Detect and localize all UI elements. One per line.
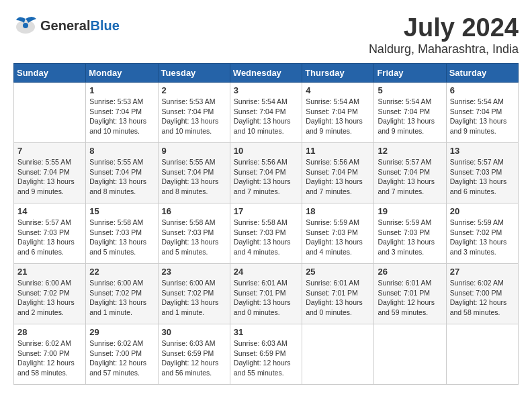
day-info: Sunrise: 5:53 AM Sunset: 7:04 PM Dayligh…: [89, 97, 154, 136]
day-info: Sunrise: 5:59 AM Sunset: 7:03 PM Dayligh…: [306, 218, 370, 257]
page-header: GeneralBlue July 2024 Naldurg, Maharasht…: [13, 13, 519, 56]
day-info: Sunrise: 5:57 AM Sunset: 7:04 PM Dayligh…: [378, 157, 442, 197]
day-info: Sunrise: 5:57 AM Sunset: 7:03 PM Dayligh…: [450, 157, 515, 197]
title-section: July 2024 Naldurg, Maharashtra, India: [369, 13, 519, 56]
day-info: Sunrise: 6:03 AM Sunset: 6:59 PM Dayligh…: [162, 338, 226, 378]
calendar-cell: 12Sunrise: 5:57 AM Sunset: 7:04 PM Dayli…: [374, 143, 446, 203]
day-number: 20: [450, 206, 515, 216]
day-info: Sunrise: 6:02 AM Sunset: 7:00 PM Dayligh…: [89, 338, 154, 378]
day-info: Sunrise: 5:55 AM Sunset: 7:04 PM Dayligh…: [89, 157, 154, 197]
calendar-week-2: 7Sunrise: 5:55 AM Sunset: 7:04 PM Daylig…: [14, 143, 519, 203]
calendar-week-3: 14Sunrise: 5:57 AM Sunset: 7:03 PM Dayli…: [14, 203, 519, 264]
day-number: 8: [89, 146, 154, 156]
day-info: Sunrise: 5:54 AM Sunset: 7:04 PM Dayligh…: [450, 97, 515, 136]
day-info: Sunrise: 5:53 AM Sunset: 7:04 PM Dayligh…: [162, 97, 226, 136]
day-number: 16: [162, 206, 226, 216]
day-info: Sunrise: 5:58 AM Sunset: 7:03 PM Dayligh…: [162, 218, 226, 257]
calendar-cell: 22Sunrise: 6:00 AM Sunset: 7:02 PM Dayli…: [86, 264, 158, 324]
day-header-friday: Friday: [374, 64, 446, 83]
logo: GeneralBlue: [13, 13, 120, 38]
day-number: 1: [89, 85, 154, 95]
month-year-title: July 2024: [369, 13, 519, 42]
calendar-cell: 30Sunrise: 6:03 AM Sunset: 6:59 PM Dayli…: [158, 324, 230, 385]
day-info: Sunrise: 6:00 AM Sunset: 7:02 PM Dayligh…: [17, 278, 82, 318]
day-number: 31: [234, 327, 298, 337]
day-number: 11: [306, 146, 370, 156]
day-info: Sunrise: 6:02 AM Sunset: 7:00 PM Dayligh…: [17, 338, 82, 378]
day-number: 21: [17, 267, 82, 277]
day-header-thursday: Thursday: [302, 64, 374, 83]
calendar-cell: 7Sunrise: 5:55 AM Sunset: 7:04 PM Daylig…: [14, 143, 86, 203]
day-number: 15: [89, 206, 154, 216]
day-info: Sunrise: 5:55 AM Sunset: 7:04 PM Dayligh…: [17, 157, 82, 197]
calendar-header-row: SundayMondayTuesdayWednesdayThursdayFrid…: [14, 64, 519, 83]
day-number: 29: [89, 327, 154, 337]
day-info: Sunrise: 6:01 AM Sunset: 7:01 PM Dayligh…: [234, 278, 298, 318]
calendar-cell: [14, 83, 86, 143]
day-number: 4: [306, 85, 370, 95]
day-number: 5: [378, 85, 442, 95]
day-info: Sunrise: 5:56 AM Sunset: 7:04 PM Dayligh…: [234, 157, 298, 197]
day-number: 7: [17, 146, 82, 156]
day-number: 23: [162, 267, 226, 277]
calendar-cell: 23Sunrise: 6:00 AM Sunset: 7:02 PM Dayli…: [158, 264, 230, 324]
calendar-cell: [374, 324, 446, 385]
calendar-cell: [446, 324, 518, 385]
day-number: 6: [450, 85, 515, 95]
day-number: 28: [17, 327, 82, 337]
day-info: Sunrise: 5:57 AM Sunset: 7:03 PM Dayligh…: [17, 218, 82, 257]
calendar-cell: 9Sunrise: 5:55 AM Sunset: 7:04 PM Daylig…: [158, 143, 230, 203]
day-header-sunday: Sunday: [14, 64, 86, 83]
day-info: Sunrise: 5:59 AM Sunset: 7:03 PM Dayligh…: [378, 218, 442, 257]
day-number: 19: [378, 206, 442, 216]
day-number: 30: [162, 327, 226, 337]
calendar-cell: 6Sunrise: 5:54 AM Sunset: 7:04 PM Daylig…: [446, 83, 518, 143]
day-info: Sunrise: 6:03 AM Sunset: 6:59 PM Dayligh…: [234, 338, 298, 378]
day-number: 2: [162, 85, 226, 95]
calendar-cell: 25Sunrise: 6:01 AM Sunset: 7:01 PM Dayli…: [302, 264, 374, 324]
calendar-cell: 28Sunrise: 6:02 AM Sunset: 7:00 PM Dayli…: [14, 324, 86, 385]
calendar-cell: 1Sunrise: 5:53 AM Sunset: 7:04 PM Daylig…: [86, 83, 158, 143]
location-subtitle: Naldurg, Maharashtra, India: [369, 42, 519, 56]
calendar-week-1: 1Sunrise: 5:53 AM Sunset: 7:04 PM Daylig…: [14, 83, 519, 143]
calendar-cell: 13Sunrise: 5:57 AM Sunset: 7:03 PM Dayli…: [446, 143, 518, 203]
day-info: Sunrise: 6:01 AM Sunset: 7:01 PM Dayligh…: [378, 278, 442, 318]
calendar-week-4: 21Sunrise: 6:00 AM Sunset: 7:02 PM Dayli…: [14, 264, 519, 324]
calendar-cell: 8Sunrise: 5:55 AM Sunset: 7:04 PM Daylig…: [86, 143, 158, 203]
day-header-monday: Monday: [86, 64, 158, 83]
day-number: 3: [234, 85, 298, 95]
day-number: 26: [378, 267, 442, 277]
day-header-saturday: Saturday: [446, 64, 518, 83]
day-header-tuesday: Tuesday: [158, 64, 230, 83]
calendar-cell: 11Sunrise: 5:56 AM Sunset: 7:04 PM Dayli…: [302, 143, 374, 203]
day-number: 10: [234, 146, 298, 156]
day-info: Sunrise: 5:54 AM Sunset: 7:04 PM Dayligh…: [234, 97, 298, 136]
day-info: Sunrise: 5:58 AM Sunset: 7:03 PM Dayligh…: [89, 218, 154, 257]
day-header-wednesday: Wednesday: [230, 64, 302, 83]
day-number: 25: [306, 267, 370, 277]
calendar-cell: 2Sunrise: 5:53 AM Sunset: 7:04 PM Daylig…: [158, 83, 230, 143]
logo-text: GeneralBlue: [40, 18, 120, 34]
day-number: 24: [234, 267, 298, 277]
day-info: Sunrise: 5:56 AM Sunset: 7:04 PM Dayligh…: [306, 157, 370, 197]
calendar-cell: [302, 324, 374, 385]
day-info: Sunrise: 6:00 AM Sunset: 7:02 PM Dayligh…: [89, 278, 154, 318]
day-number: 22: [89, 267, 154, 277]
day-info: Sunrise: 5:55 AM Sunset: 7:04 PM Dayligh…: [162, 157, 226, 197]
calendar-cell: 31Sunrise: 6:03 AM Sunset: 6:59 PM Dayli…: [230, 324, 302, 385]
day-info: Sunrise: 5:54 AM Sunset: 7:04 PM Dayligh…: [306, 97, 370, 136]
day-info: Sunrise: 5:58 AM Sunset: 7:03 PM Dayligh…: [234, 218, 298, 257]
calendar-cell: 16Sunrise: 5:58 AM Sunset: 7:03 PM Dayli…: [158, 203, 230, 264]
day-info: Sunrise: 6:02 AM Sunset: 7:00 PM Dayligh…: [450, 278, 515, 318]
calendar-week-5: 28Sunrise: 6:02 AM Sunset: 7:00 PM Dayli…: [14, 324, 519, 385]
day-number: 9: [162, 146, 226, 156]
calendar-cell: 29Sunrise: 6:02 AM Sunset: 7:00 PM Dayli…: [86, 324, 158, 385]
calendar-cell: 17Sunrise: 5:58 AM Sunset: 7:03 PM Dayli…: [230, 203, 302, 264]
calendar-cell: 4Sunrise: 5:54 AM Sunset: 7:04 PM Daylig…: [302, 83, 374, 143]
day-number: 27: [450, 267, 515, 277]
logo-icon: [13, 13, 38, 38]
calendar-cell: 21Sunrise: 6:00 AM Sunset: 7:02 PM Dayli…: [14, 264, 86, 324]
day-info: Sunrise: 5:59 AM Sunset: 7:02 PM Dayligh…: [450, 218, 515, 257]
day-info: Sunrise: 6:01 AM Sunset: 7:01 PM Dayligh…: [306, 278, 370, 318]
calendar-cell: 19Sunrise: 5:59 AM Sunset: 7:03 PM Dayli…: [374, 203, 446, 264]
